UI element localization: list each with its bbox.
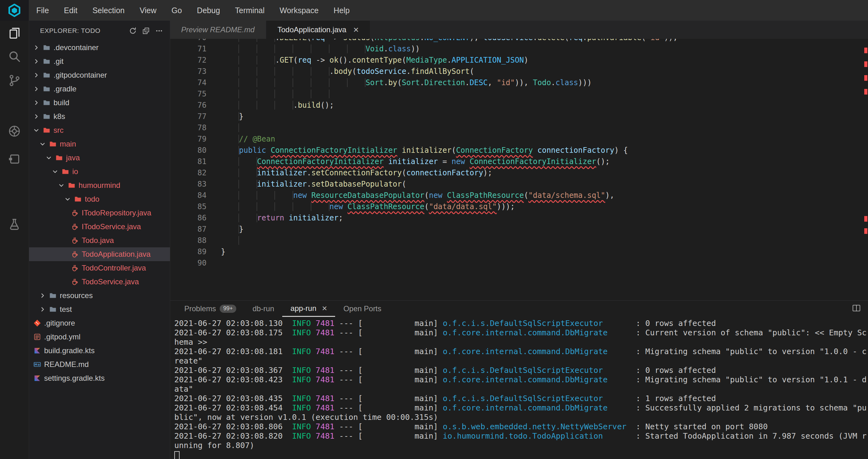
editor-tab[interactable]: Preview README.md — [170, 21, 266, 39]
more-actions-icon[interactable] — [152, 24, 165, 37]
tree-item[interactable]: .devcontainer — [29, 41, 170, 55]
panel-tab-close-icon[interactable]: × — [322, 304, 327, 313]
panel-tab[interactable]: app-run× — [282, 300, 335, 317]
code-line[interactable]: .build(); — [221, 99, 678, 111]
code-line[interactable]: .DELETE(req -> status(HttpStatus.NO_CONT… — [221, 39, 678, 43]
tree-item[interactable]: k8s — [29, 110, 170, 123]
code-line[interactable]: .body(todoService.findAllBySort( — [221, 66, 678, 77]
code-line[interactable]: } — [221, 111, 678, 122]
error-mark — [864, 216, 867, 222]
panel-layout-icon[interactable] — [852, 304, 861, 314]
code-line[interactable]: new ClassPathResource("data/data.sql")))… — [221, 201, 678, 212]
editor-tab[interactable]: TodoApplication.java× — [266, 21, 370, 39]
code-line[interactable]: return initializer; — [221, 212, 678, 224]
tree-item-label: .git — [54, 57, 64, 66]
panel-tab[interactable]: db-run — [244, 300, 282, 317]
panel-tab[interactable]: Problems99+ — [176, 300, 244, 317]
terminal-cursor — [174, 451, 180, 459]
code-line[interactable]: } — [221, 246, 678, 257]
tree-item[interactable]: todo — [29, 192, 170, 206]
code-token: (). — [339, 56, 352, 64]
menu-item[interactable]: Go — [164, 0, 189, 21]
target-icon[interactable] — [0, 120, 29, 142]
tree-item[interactable]: settings.gradle.kts — [29, 371, 170, 385]
tree-item[interactable]: .gitignore — [29, 316, 170, 330]
panel-tab[interactable]: Open Ports — [335, 300, 389, 317]
menu-item[interactable]: View — [132, 0, 164, 21]
refresh-icon[interactable] — [126, 24, 139, 37]
tree-item[interactable]: .gitpodcontainer — [29, 68, 170, 82]
error-mark — [864, 75, 867, 81]
tree-item[interactable]: ITodoRepository.java — [29, 206, 170, 220]
menu-item[interactable]: Terminal — [227, 0, 272, 21]
code-line[interactable] — [221, 235, 678, 246]
terminal-token: --- [ main] — [335, 422, 443, 431]
code-token — [221, 157, 257, 166]
tree-item-label: Todo.java — [82, 236, 114, 245]
chevron-right-icon — [33, 72, 42, 78]
code-line[interactable]: ConnectionFactoryInitializer initializer… — [221, 156, 678, 167]
tree-item[interactable]: resources — [29, 289, 170, 303]
terminal-token: : 1 rows affected — [603, 394, 716, 403]
tree-item[interactable]: src — [29, 123, 170, 137]
folder-icon — [42, 57, 51, 65]
code-line[interactable] — [221, 257, 678, 269]
code-token: (); — [320, 101, 334, 110]
menu-item[interactable]: Debug — [189, 0, 227, 21]
flask-icon[interactable] — [0, 213, 29, 235]
code-token — [221, 180, 257, 189]
code-line[interactable] — [221, 88, 678, 99]
files-icon[interactable] — [0, 22, 29, 44]
tree-item[interactable]: humourmind — [29, 178, 170, 192]
tab-close-icon[interactable]: × — [353, 25, 359, 34]
tree-item[interactable]: TodoController.java — [29, 261, 170, 275]
code-token: } — [239, 112, 243, 121]
tree-item[interactable]: .git — [29, 55, 170, 68]
menu-item[interactable]: Edit — [56, 0, 85, 21]
search-icon[interactable] — [0, 46, 29, 67]
menu-item[interactable]: File — [29, 0, 56, 21]
terminal[interactable]: 2021-06-27 02:03:08.130 INFO 7481 --- [ … — [170, 317, 868, 459]
tree-item[interactable]: test — [29, 303, 170, 316]
collapse-all-icon[interactable] — [139, 24, 152, 37]
code-line[interactable]: .GET(req -> ok().contentType(MediaType.A… — [221, 55, 678, 66]
code-line[interactable]: initializer.setDatabasePopulator( — [221, 178, 678, 190]
tree-item[interactable]: .gitpod.yml — [29, 330, 170, 344]
code-line[interactable]: Sort.by(Sort.Direction.DESC, "id")), Tod… — [221, 77, 678, 88]
folder-icon — [55, 154, 63, 162]
tree-item[interactable]: build — [29, 96, 170, 110]
tree-item[interactable]: README.md — [29, 357, 170, 371]
tree-item-label: src — [54, 126, 64, 135]
code-line[interactable]: new ResourceDatabasePopulator(new ClassP… — [221, 190, 678, 201]
code-token: class — [388, 45, 411, 53]
tree-item[interactable]: io — [29, 165, 170, 178]
menu-item[interactable]: Selection — [85, 0, 132, 21]
menu-item[interactable]: Workspace — [272, 0, 327, 21]
tree-item[interactable]: main — [29, 137, 170, 151]
terminal-token: --- [ main] — [335, 403, 443, 412]
tree-item[interactable]: TodoApplication.java — [29, 247, 170, 261]
tree-item[interactable]: java — [29, 151, 170, 165]
tree-item[interactable]: build.gradle.kts — [29, 344, 170, 357]
code-editor[interactable]: 7071727374757677787980818283848586878889… — [170, 39, 868, 300]
code-line[interactable]: // @Bean — [221, 133, 678, 145]
overview-ruler[interactable] — [864, 39, 868, 300]
tree-item[interactable]: Todo.java — [29, 234, 170, 247]
code-line[interactable]: Void.class)) — [221, 43, 678, 55]
code-line[interactable] — [221, 122, 678, 133]
code-token: ); — [483, 168, 492, 177]
plugin-icon[interactable] — [0, 148, 29, 170]
menu-item[interactable]: Help — [326, 0, 357, 21]
java-icon — [71, 264, 79, 272]
tree-item-label: TodoApplication.java — [82, 250, 151, 259]
code-line[interactable]: } — [221, 224, 678, 235]
terminal-token: 7481 — [316, 366, 335, 375]
tree-item[interactable]: TodoService.java — [29, 275, 170, 289]
source-control-icon[interactable] — [0, 69, 29, 91]
tree-item[interactable]: .gradle — [29, 82, 170, 96]
code-line[interactable]: initializer.setConnectionFactory(connect… — [221, 167, 678, 178]
code-line[interactable]: public ConnectionFactoryInitializer init… — [221, 145, 678, 156]
tree-item[interactable]: ITodoService.java — [29, 220, 170, 234]
terminal-token — [311, 403, 316, 412]
tree-item-label: settings.gradle.kts — [44, 374, 104, 382]
